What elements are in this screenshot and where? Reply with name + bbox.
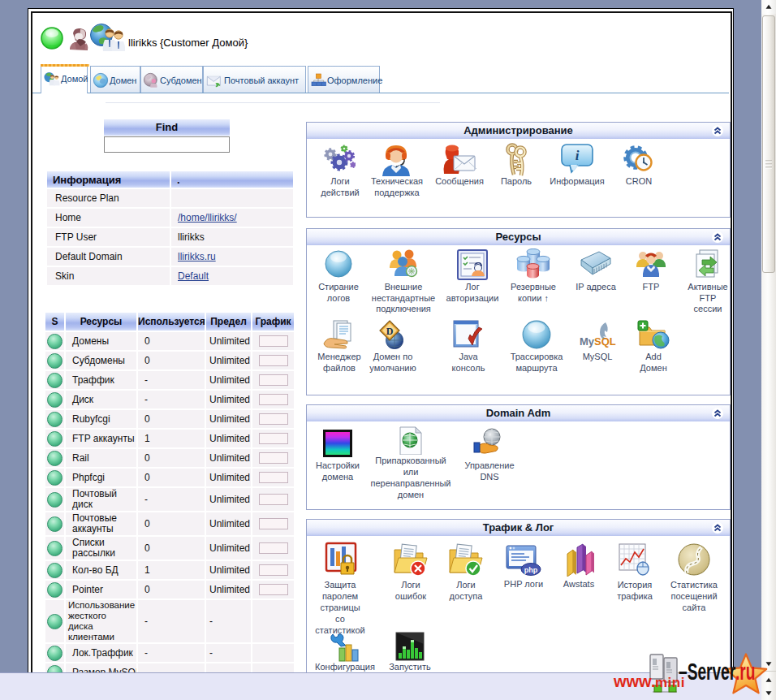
svg-text:i: i: [576, 148, 580, 163]
svg-text:www.: www.: [613, 672, 655, 690]
svg-text:My: My: [580, 335, 595, 348]
svg-text:D: D: [386, 326, 394, 337]
svg-text:.ru: .ru: [735, 659, 755, 685]
svg-text:–Server: –Server: [679, 659, 736, 685]
svg-text:SQL: SQL: [594, 335, 616, 348]
svg-text:php: php: [524, 566, 538, 574]
